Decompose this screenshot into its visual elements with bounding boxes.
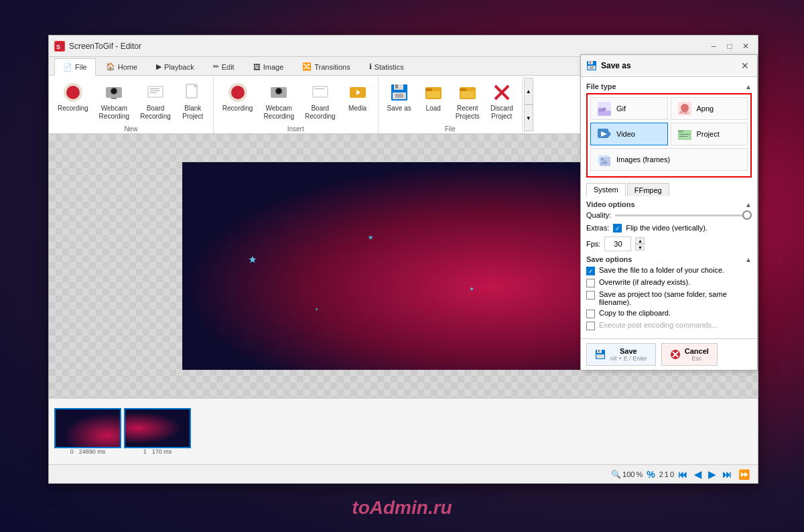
recent-projects-label: RecentProjects bbox=[456, 105, 480, 121]
video-options-collapse[interactable]: ▲ bbox=[745, 201, 752, 208]
file-type-video[interactable]: Video bbox=[590, 123, 668, 145]
maximize-button[interactable]: □ bbox=[723, 40, 736, 53]
recording-insert-icon bbox=[227, 82, 249, 103]
nav-fast-forward[interactable]: ⏩ bbox=[736, 468, 752, 481]
save-button[interactable]: Save Alt + E / Enter bbox=[586, 343, 656, 366]
ribbon-scroll-up[interactable]: ▲ bbox=[524, 78, 533, 105]
home-icon: 🏠 bbox=[106, 62, 115, 71]
ribbon-group-new-items: Recording WebcamRecording bbox=[53, 78, 209, 124]
file-type-project[interactable]: Project bbox=[671, 123, 748, 145]
svg-rect-30 bbox=[395, 94, 403, 98]
tab-system[interactable]: System bbox=[586, 183, 626, 196]
tab-statistics[interactable]: ℹ Statistics bbox=[360, 58, 413, 75]
fps-input[interactable] bbox=[604, 237, 631, 251]
ribbon-recording-insert[interactable]: Recording bbox=[218, 78, 258, 116]
ribbon-group-insert: Recording WebcamRecording bbox=[214, 76, 379, 133]
overwrite-label: Overwrite (if already exists). bbox=[599, 278, 690, 286]
dialog-close-button[interactable]: ✕ bbox=[738, 59, 752, 72]
save-project-checkbox[interactable] bbox=[586, 291, 595, 300]
quality-label: Quality: bbox=[586, 211, 611, 219]
save-file-label: Save the file to a folder of your choice… bbox=[599, 266, 724, 274]
ribbon-group-file: Save as Load bbox=[379, 76, 523, 133]
svg-rect-28 bbox=[395, 84, 398, 88]
svg-rect-23 bbox=[315, 88, 324, 89]
ribbon-save-as[interactable]: Save as bbox=[383, 78, 416, 116]
svg-point-59 bbox=[601, 158, 604, 161]
cancel-btn-label: Cancel bbox=[685, 347, 709, 355]
post-encoding-checkbox[interactable] bbox=[586, 322, 595, 330]
save-file-checkbox[interactable]: ✓ bbox=[586, 267, 595, 275]
filmstrip: 0 24890 ms 1 170 ms bbox=[49, 397, 758, 464]
tab-file[interactable]: 📄 File bbox=[54, 58, 96, 76]
svg-rect-46 bbox=[598, 111, 611, 116]
tab-image[interactable]: 🖼 Image bbox=[245, 58, 293, 75]
video-icon bbox=[596, 126, 612, 142]
recording-new-label: Recording bbox=[58, 105, 88, 113]
file-type-gif[interactable]: GIF Gif bbox=[590, 97, 668, 120]
nav-prev[interactable]: ◀ bbox=[691, 468, 704, 481]
filmstrip-label-0: 0 24890 ms bbox=[70, 448, 106, 455]
file-type-collapse[interactable]: ▲ bbox=[745, 83, 752, 90]
tab-edit[interactable]: ✏ Edit bbox=[204, 58, 243, 75]
quality-slider[interactable] bbox=[615, 214, 752, 216]
ribbon-media[interactable]: Media bbox=[342, 78, 374, 116]
svg-rect-11 bbox=[150, 90, 159, 91]
flip-checkbox[interactable]: ✓ bbox=[613, 224, 622, 232]
file-type-grid: GIF Gif bbox=[586, 93, 752, 178]
zoom-percent-toggle[interactable]: % bbox=[644, 468, 657, 481]
svg-point-20 bbox=[277, 89, 281, 93]
zoom-pct: % bbox=[636, 470, 643, 478]
nav-last[interactable]: ⏭ bbox=[720, 468, 734, 481]
file-type-apng[interactable]: APNG Apng bbox=[671, 97, 748, 120]
image-icon: 🖼 bbox=[253, 63, 261, 71]
dialog-save-icon bbox=[586, 60, 597, 71]
nav-first[interactable]: ⏮ bbox=[675, 468, 690, 481]
save-checkbox-3: Save as project too (same folder, same f… bbox=[586, 290, 752, 306]
ribbon-group-insert-label: Insert bbox=[218, 124, 374, 133]
ribbon-recording-new[interactable]: Recording bbox=[53, 78, 93, 116]
statusbar: 🔍 100 % % 2 1 0 ⏮ ◀ ▶ ⏭ ⏩ bbox=[49, 464, 758, 483]
overwrite-checkbox[interactable] bbox=[586, 279, 595, 287]
ribbon-webcam-insert[interactable]: WebcamRecording bbox=[259, 78, 299, 124]
file-type-row-3: Images (frames) bbox=[590, 148, 748, 171]
nav-next[interactable]: ▶ bbox=[706, 468, 718, 481]
ribbon-webcam-new[interactable]: WebcamRecording bbox=[94, 78, 135, 124]
filmstrip-item-0[interactable]: 0 24890 ms bbox=[54, 408, 121, 455]
webcam-new-icon bbox=[103, 82, 125, 103]
post-encoding-label: Execute post encoding commands... bbox=[599, 321, 718, 329]
close-button[interactable]: ✕ bbox=[739, 40, 752, 53]
cancel-button[interactable]: Cancel Esc bbox=[661, 343, 718, 366]
fps-spinner: ▲ ▼ bbox=[635, 237, 645, 251]
file-type-images[interactable]: Images (frames) bbox=[590, 148, 748, 171]
fps-down[interactable]: ▼ bbox=[635, 244, 645, 251]
file-icon: 📄 bbox=[63, 63, 72, 72]
frame-total: 2 bbox=[659, 470, 663, 478]
fps-label: Fps: bbox=[586, 240, 600, 248]
gif-icon: GIF bbox=[596, 101, 612, 117]
tab-home[interactable]: 🏠 Home bbox=[97, 58, 146, 75]
ribbon-blank-project[interactable]: BlankProject bbox=[177, 78, 209, 124]
dialog-titlebar: Save as ✕ bbox=[581, 55, 757, 77]
save-btn-label: Save bbox=[610, 347, 647, 355]
tab-ffmpeg[interactable]: FFmpeg bbox=[627, 183, 669, 196]
recording-new-icon bbox=[62, 82, 84, 103]
edit-icon: ✏ bbox=[213, 62, 219, 71]
tab-playback[interactable]: ▶ Playback bbox=[147, 58, 203, 75]
ribbon-recent-projects[interactable]: RecentProjects bbox=[451, 78, 484, 124]
board-new-icon bbox=[145, 82, 166, 103]
save-options-collapse[interactable]: ▲ bbox=[745, 256, 752, 263]
transitions-icon: 🔀 bbox=[302, 62, 312, 71]
minimize-button[interactable]: – bbox=[707, 40, 720, 53]
ribbon-load[interactable]: Load bbox=[417, 78, 450, 116]
video-label: Video bbox=[616, 130, 635, 138]
tab-transitions[interactable]: 🔀 Transitions bbox=[293, 58, 358, 75]
filmstrip-item-1[interactable]: 1 170 ms bbox=[124, 408, 191, 455]
ribbon-board-insert[interactable]: BoardRecording bbox=[300, 78, 340, 124]
fps-up[interactable]: ▲ bbox=[635, 237, 645, 244]
clipboard-checkbox[interactable] bbox=[586, 310, 595, 318]
ribbon-discard-project[interactable]: DiscardProject bbox=[486, 78, 518, 124]
ribbon-scroll-down[interactable]: ▼ bbox=[524, 105, 533, 131]
board-insert-label: BoardRecording bbox=[305, 105, 336, 121]
ribbon-board-new[interactable]: BoardRecording bbox=[135, 78, 176, 124]
save-options-header: Save options ▲ bbox=[586, 255, 752, 263]
